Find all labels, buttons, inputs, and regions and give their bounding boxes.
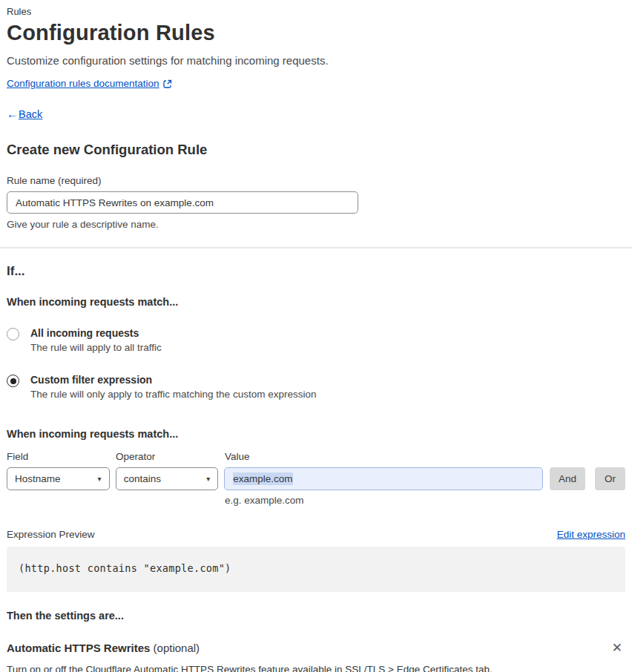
and-button[interactable]: And [550, 467, 585, 490]
value-input[interactable]: example.com [224, 467, 543, 490]
expression-preview-label: Expression Preview [7, 529, 95, 540]
documentation-link-row: Configuration rules documentation [7, 78, 625, 89]
radio-description: The rule will only apply to traffic matc… [30, 389, 316, 400]
field-select-value: Hostname [15, 473, 61, 484]
operator-select[interactable]: contains ▾ [116, 467, 219, 490]
expression-preview-row: Expression Preview Edit expression [7, 529, 625, 540]
chevron-down-icon: ▾ [98, 475, 102, 483]
radio-all-incoming-requests[interactable]: All incoming requests The rule will appl… [7, 327, 625, 353]
field-label: Field [7, 451, 110, 462]
value-example-help: e.g. example.com [225, 495, 625, 506]
radio-label: Custom filter expression [30, 374, 316, 386]
rule-name-label: Rule name (required) [7, 175, 625, 186]
radio-button-unchecked[interactable] [7, 328, 19, 340]
radio-label: All incoming requests [30, 327, 162, 339]
expression-code: (http.host contains "example.com") [19, 562, 231, 574]
close-icon[interactable]: ✕ [609, 640, 625, 656]
setting-header-row: Automatic HTTPS Rewrites (optional) ✕ [7, 640, 625, 656]
setting-optional-label: (optional) [154, 642, 200, 654]
edit-expression-link[interactable]: Edit expression [557, 529, 625, 540]
if-heading: If... [7, 264, 625, 279]
setting-title: Automatic HTTPS Rewrites [7, 642, 150, 654]
or-button[interactable]: Or [595, 467, 625, 490]
builder-controls-row: Hostname ▾ contains ▾ example.com And Or [7, 467, 625, 490]
back-link-row: ← Back [7, 108, 625, 120]
documentation-link[interactable]: Configuration rules documentation [7, 78, 159, 89]
then-settings-heading: Then the settings are... [7, 610, 625, 622]
value-input-text: example.com [233, 472, 292, 485]
field-select[interactable]: Hostname ▾ [7, 467, 110, 490]
setting-description: Turn on or off the Cloudflare Automatic … [7, 664, 625, 672]
page-title: Configuration Rules [7, 21, 625, 45]
configuration-rules-page: Rules Configuration Rules Customize conf… [0, 0, 632, 672]
radio-description: The rule will apply to all traffic [30, 342, 162, 353]
rule-name-help: Give your rule a descriptive name. [7, 219, 625, 230]
back-link[interactable]: Back [19, 108, 42, 120]
value-label: Value [225, 451, 544, 462]
section-divider [0, 247, 632, 248]
breadcrumb: Rules [7, 6, 625, 17]
external-link-icon [163, 79, 172, 88]
chevron-down-icon: ▾ [206, 475, 210, 483]
back-arrow-icon: ← [7, 108, 18, 120]
operator-label: Operator [116, 451, 219, 462]
operator-select-value: contains [124, 473, 161, 484]
incoming-requests-match-heading: When incoming requests match... [7, 296, 625, 308]
radio-custom-filter-expression[interactable]: Custom filter expression The rule will o… [7, 374, 625, 400]
rule-name-input[interactable] [7, 191, 358, 214]
create-rule-heading: Create new Configuration Rule [7, 142, 625, 158]
expression-preview-box: (http.host contains "example.com") [7, 547, 625, 592]
page-subtitle: Customize configuration settings for mat… [7, 54, 625, 67]
builder-heading: When incoming requests match... [7, 428, 625, 440]
builder-labels-row: Field Operator Value [7, 451, 625, 462]
radio-button-checked[interactable] [7, 375, 19, 387]
